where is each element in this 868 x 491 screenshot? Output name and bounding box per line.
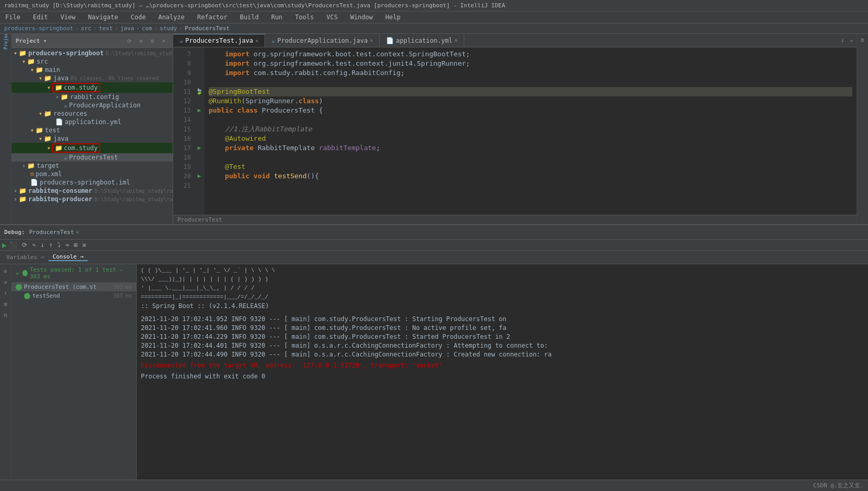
breadcrumb: producers-springboot › src › test › java… [0,23,868,34]
tree-java-main[interactable]: ▾ 📁 java 0% classes, 0% lines covered [11,74,173,82]
debug-settings-btn[interactable]: ⚙ [1,266,10,276]
close-btn[interactable]: × [159,36,168,45]
log-line-2: 2021-11-20 17:02:41.960 INFO 9320 --- [ … [141,324,864,333]
menu-edit[interactable]: Edit [30,13,51,22]
breadcrumb-test[interactable]: test [99,25,113,32]
editor-footer: ProducersTest [173,215,857,224]
debug-expand-btn[interactable]: ⊞ [1,299,10,309]
debug-step-into-btn[interactable]: ↓ [39,241,46,249]
breadcrumb-producerstest[interactable]: ProducersTest [185,25,230,32]
tab-close-producer-application[interactable]: × [370,38,373,43]
tree-producers-springboot[interactable]: ▾ 📁 producers-springboot D:\Study\rabitm… [11,49,173,57]
code-line-15: //1.注入RabbitTemplate [209,125,852,134]
code-line-12: @RunWith(SpringRunner.class) [209,96,852,106]
menu-bar: File Edit View Navigate Code Analyze Ref… [0,11,868,23]
menu-refactor[interactable]: Refactor [194,13,231,22]
code-line-17: private RabbitTemplate rabbitTemplate; [209,143,852,153]
debug-run-to-cursor-btn[interactable]: ⤵ [56,241,62,249]
tree-main[interactable]: ▾ 📁 main [11,66,173,74]
tree-producers-test[interactable]: ☕ ProducersTest [11,153,173,162]
menu-build[interactable]: Build [237,13,262,22]
project-header: Project ▾ ⟳ ≡ ⚙ × [11,34,173,48]
breadcrumb-producers-springboot[interactable]: producers-springboot [4,25,73,32]
debug-step-out-btn[interactable]: ↑ [47,241,54,249]
breadcrumb-src[interactable]: src [81,25,91,32]
tree-pom-xml[interactable]: m pom.xml [11,170,173,178]
sync-btn[interactable]: ⟳ [125,36,134,45]
settings-btn[interactable]: ⚙ [148,36,157,45]
project-panel: Project ▾ ⟳ ≡ ⚙ × ▾ 📁 producers-springbo [11,34,173,224]
code-content[interactable]: import org.springframework.boot.test.con… [204,47,857,215]
spring-banner-line-2: \\\/ ___)|_)| | | | | | | ( | ) ) ) ) [141,275,864,284]
tab-close-producers-test[interactable]: × [255,38,258,44]
tree-com-study-test[interactable]: ▾ 📁 com.study [11,143,173,153]
title-bar: rabitmq_study [D:\Study\rabitmq_study] –… [0,0,868,11]
debug-threads-btn[interactable]: ≡ [81,241,88,249]
debug-step-over-btn[interactable]: ↷ [30,241,37,249]
tree-rabbitmq-producer[interactable]: › 📁 rabbitmq-producer D:\Study\rabitmq_s… [11,195,173,203]
tab-application-yml[interactable]: 📄 application.yml × [380,34,464,47]
menu-window[interactable]: Window [347,13,376,22]
breadcrumb-com[interactable]: com [142,25,152,32]
code-line-9: import com.study.rabbit.config.RaabitCon… [209,68,852,78]
gutter: 🍃 ▶ ▶ ▶ [194,47,204,215]
collapse-btn[interactable]: ≡ [136,36,146,45]
tab-producers-test[interactable]: ☕ ProducersTest.java × [173,34,265,47]
debug-filter-btn[interactable]: ≡ [1,277,10,287]
tree-producer-application[interactable]: ☕ ProducerApplication [11,101,173,109]
menu-view[interactable]: View [57,13,79,22]
debug-rerun-btn[interactable]: ⟳ [20,241,29,249]
menu-analyze[interactable]: Analyze [155,13,188,22]
menu-run[interactable]: Run [268,13,286,22]
console-tab[interactable]: Console → [49,253,88,261]
tree-rabbitmq-consumer[interactable]: › 📁 rabbitmq-consumer D:\Study\rabitmq_s… [11,187,173,195]
spring-banner-line-3: ' |___ \.___|___|_\_\_, | / / / / [141,284,864,293]
right-side-strip: ⊞ [857,34,868,224]
back-btn[interactable]: ← [847,36,857,45]
tree-resources[interactable]: ▾ 📁 resources [11,109,173,118]
tree-target[interactable]: › 📁 target [11,162,173,170]
tree-java-test[interactable]: ▾ 📁 java [11,134,173,143]
debug-evaluate-btn[interactable]: ≈ [64,241,70,249]
editor-main: ☕ ProducersTest.java × ☕ ProducerApplica… [173,34,857,224]
code-line-7: import org.springframework.boot.test.con… [209,50,852,59]
menu-file[interactable]: File [2,13,23,22]
debug-test-name: ProducersTest [29,229,74,236]
menu-help[interactable]: Help [382,13,404,22]
test-result-test-send[interactable]: testSend 303 ms [11,291,136,300]
debug-frames-btn[interactable]: ⊞ [72,241,79,249]
tab-producer-application[interactable]: ☕ ProducerApplication.java × [265,34,380,47]
finished-msg: Process finished with exit code 0 [141,372,864,381]
breadcrumb-study[interactable]: study [160,25,177,32]
menu-code[interactable]: Code [128,13,149,22]
breadcrumb-java[interactable]: java [120,25,135,32]
menu-tools[interactable]: Tools [292,13,317,22]
recent-files-btn[interactable]: ↕ [838,36,847,45]
tree-iml[interactable]: 📄 producers-springboot.iml [11,178,173,187]
tree-application-yml[interactable]: 📄 application.yml [11,118,173,126]
debug-main-content: ⚙ ≡ ↕ ⊞ ⊟ » Tests passe [0,264,868,480]
menu-vcs[interactable]: VCS [323,13,341,22]
tree-test[interactable]: ▾ 📁 test [11,126,173,134]
debug-stop-btn[interactable]: ⬛ [8,241,19,249]
tree-com-study-main[interactable]: ▾ 📁 com.study [11,82,173,93]
test-result-producers-test[interactable]: ProducersTest (com.st 303 ms [11,283,136,291]
tree-src[interactable]: ▾ 📁 src [11,57,173,66]
spring-version: :: Spring Boot :: (v2.1.4.RELEASE) [141,302,864,311]
project-tool-btn[interactable]: Project [1,35,10,44]
debug-label: Debug: [4,229,25,236]
debug-sort-btn[interactable]: ↕ [1,288,10,298]
console-area[interactable]: ( ( )\___ | '_ | '_| '_ \/ _` | \ \ \ \ … [137,264,868,480]
project-tree: ▾ 📁 producers-springboot D:\Study\rabitm… [11,48,173,224]
code-line-18 [209,153,852,162]
line-numbers: 7 8 9 10 11 12 13 14 15 16 17 18 19 20 [173,47,194,215]
debug-resume-btn[interactable]: ▶ [2,241,6,249]
tree-rabbit-config[interactable]: › 📁 rabbit.config [11,93,173,101]
debug-close-btn[interactable]: × [76,229,79,235]
right-tool-1[interactable]: ⊞ [858,35,867,44]
debug-collapse-btn[interactable]: ⊟ [1,310,10,320]
menu-navigate[interactable]: Navigate [85,13,122,22]
project-title: Project ▾ [16,38,47,44]
variables-tab[interactable]: Variables → [2,254,49,261]
tab-close-application-yml[interactable]: × [454,38,457,43]
